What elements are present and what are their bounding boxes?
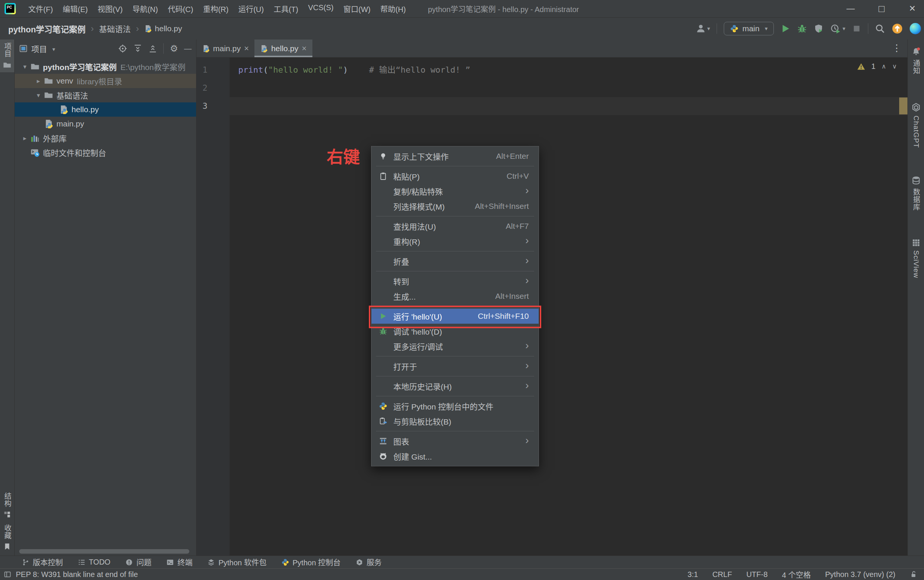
update-available-button[interactable] <box>892 23 903 34</box>
locate-file-button[interactable] <box>118 44 127 53</box>
collapse-all-button[interactable] <box>148 44 157 53</box>
maximize-button[interactable] <box>876 3 887 15</box>
line-separator[interactable]: CRLF <box>713 570 732 579</box>
menu-help[interactable]: 帮助(H) <box>376 0 411 17</box>
menu-item-find-usages[interactable]: 查找用法(U) Alt+F7 <box>372 219 539 234</box>
menu-item-diagrams[interactable]: 图表 <box>372 433 539 449</box>
menu-item-more-run-debug[interactable]: 更多运行/调试 <box>372 339 539 354</box>
menu-view[interactable]: 视图(V) <box>92 0 128 17</box>
structure-icon <box>3 511 11 518</box>
tree-row-scratches[interactable]: 临时文件和控制台 <box>15 145 196 160</box>
tree-row-hello-py[interactable]: hello.py <box>15 102 196 117</box>
todo-button[interactable]: TODO <box>78 558 110 567</box>
tree-row-venv[interactable]: venv library根目录 <box>15 74 196 88</box>
menu-item-go-to[interactable]: 转到 <box>372 274 539 289</box>
terminal-icon <box>166 559 174 566</box>
close-tab-icon[interactable] <box>302 44 307 53</box>
python-packages-button[interactable]: Python 软件包 <box>208 557 267 568</box>
menu-item-debug-hello[interactable]: 调试 'hello'(D) <box>372 324 539 339</box>
stripe-structure-button[interactable]: 结构 <box>0 489 14 521</box>
close-tab-icon[interactable] <box>244 44 249 53</box>
stripe-database-button[interactable]: 数据库 <box>908 173 924 214</box>
profiler-button[interactable] <box>830 23 845 34</box>
menu-item-compare-with-clipboard[interactable]: 与剪贴板比较(B) <box>372 414 539 429</box>
menu-edit[interactable]: 编辑(E) <box>58 0 93 17</box>
project-view-selector[interactable]: 项目 <box>19 43 55 54</box>
menu-item-show-context-actions[interactable]: 显示上下文操作 Alt+Enter <box>372 149 539 164</box>
minimize-button[interactable] <box>845 4 856 13</box>
problems-button[interactable]: 问题 <box>125 557 151 568</box>
menu-item-local-history[interactable]: 本地历史记录(H) <box>372 379 539 394</box>
debug-button[interactable] <box>797 24 807 33</box>
stripe-sciview-button[interactable]: SciView <box>908 236 924 281</box>
menu-vcs[interactable]: VCS(S) <box>303 0 339 17</box>
breadcrumb-file[interactable]: hello.py <box>144 24 182 33</box>
menu-item-run-hello[interactable]: 运行 'hello'(U) Ctrl+Shift+F10 <box>372 309 539 324</box>
menu-item-run-file-in-python-console[interactable]: 运行 Python 控制台中的文件 <box>372 399 539 414</box>
chevron-down-icon[interactable] <box>19 63 30 71</box>
caret-position[interactable]: 3:1 <box>688 570 698 579</box>
stripe-notifications-button[interactable]: 通知 <box>908 44 924 77</box>
menu-separator <box>376 376 534 376</box>
settings-gear-button[interactable] <box>170 43 178 54</box>
hide-panel-button[interactable] <box>184 44 191 53</box>
run-button[interactable] <box>781 24 791 33</box>
menu-item-refactor[interactable]: 重构(R) <box>372 234 539 249</box>
menu-item-copy-paste-special[interactable]: 复制/粘贴特殊 <box>372 184 539 199</box>
search-everywhere-button[interactable] <box>875 24 885 33</box>
terminal-button[interactable]: 终端 <box>166 557 192 568</box>
menu-item-paste[interactable]: 粘贴(P) Ctrl+V <box>372 169 539 184</box>
code-with-me-sphere-icon[interactable] <box>910 23 921 34</box>
chevron-right-icon[interactable] <box>33 77 44 85</box>
stripe-favorites-button[interactable]: 收藏 <box>0 521 14 553</box>
user-account-button[interactable] <box>696 24 710 33</box>
python-console-button[interactable]: Python 控制台 <box>282 557 341 568</box>
menu-item-create-gist[interactable]: 创建 Gist... <box>372 449 539 464</box>
previous-warning-icon[interactable] <box>881 63 886 70</box>
tab-options-icon[interactable] <box>892 43 901 53</box>
menu-item-generate[interactable]: 生成... Alt+Insert <box>372 289 539 304</box>
tree-row-main-py[interactable]: main.py <box>15 117 196 131</box>
menu-window[interactable]: 窗口(W) <box>338 0 375 17</box>
tab-hello-py[interactable]: hello.py <box>254 40 312 57</box>
python-file-icon <box>202 45 210 52</box>
menu-code[interactable]: 代码(C) <box>163 0 198 17</box>
breadcrumb-folder[interactable]: 基础语法 <box>99 23 130 34</box>
run-with-coverage-button[interactable] <box>814 24 824 33</box>
stripe-chatgpt-button[interactable]: ChatGPT <box>908 99 924 151</box>
expand-all-button[interactable] <box>133 44 142 53</box>
tree-row-project-root[interactable]: python学习笔记案例 E:\python教学案例 <box>15 59 196 74</box>
menu-item-column-selection-mode[interactable]: 列选择模式(M) Alt+Shift+Insert <box>372 199 539 214</box>
tab-main-py[interactable]: main.py <box>196 40 254 57</box>
submenu-arrow-icon <box>525 362 529 371</box>
close-button[interactable] <box>907 4 918 13</box>
indent-setting[interactable]: 4 个空格 <box>782 569 811 580</box>
stop-button[interactable] <box>852 24 861 33</box>
menu-file[interactable]: 文件(F) <box>23 0 58 17</box>
lock-icon[interactable] <box>910 570 917 578</box>
services-button[interactable]: 服务 <box>356 557 382 568</box>
menu-refactor[interactable]: 重构(R) <box>198 0 233 17</box>
tree-row-basics-folder[interactable]: 基础语法 <box>15 88 196 102</box>
warning-scrollbar-marker[interactable] <box>899 97 908 114</box>
profiler-clock-icon <box>830 23 841 34</box>
version-control-button[interactable]: 版本控制 <box>22 557 63 568</box>
submenu-arrow-icon <box>525 187 529 196</box>
file-encoding[interactable]: UTF-8 <box>746 570 768 579</box>
breadcrumb-project[interactable]: python学习笔记案例 <box>8 23 86 35</box>
menu-item-folding[interactable]: 折叠 <box>372 254 539 269</box>
chevron-down-icon[interactable] <box>33 91 44 99</box>
menu-tools[interactable]: 工具(T) <box>269 0 303 17</box>
next-warning-icon[interactable] <box>893 63 897 70</box>
menu-run[interactable]: 运行(U) <box>233 0 269 17</box>
chevron-right-icon[interactable] <box>19 134 30 142</box>
menu-navigate[interactable]: 导航(N) <box>128 0 163 17</box>
tree-row-external-libraries[interactable]: 外部库 <box>15 131 196 145</box>
editor-body[interactable]: 1 2 3 print("hello world! ")# 输出“hello w… <box>196 58 908 555</box>
python-interpreter[interactable]: Python 3.7 (venv) (2) <box>825 570 895 579</box>
horizontal-scrollbar[interactable] <box>19 549 189 554</box>
code-area[interactable]: print("hello world! ")# 输出“hello world! … <box>230 58 908 555</box>
run-configuration-select[interactable]: main <box>724 22 774 35</box>
menu-item-open-in[interactable]: 打开于 <box>372 359 539 374</box>
stripe-project-button[interactable]: 项目 <box>0 40 14 72</box>
